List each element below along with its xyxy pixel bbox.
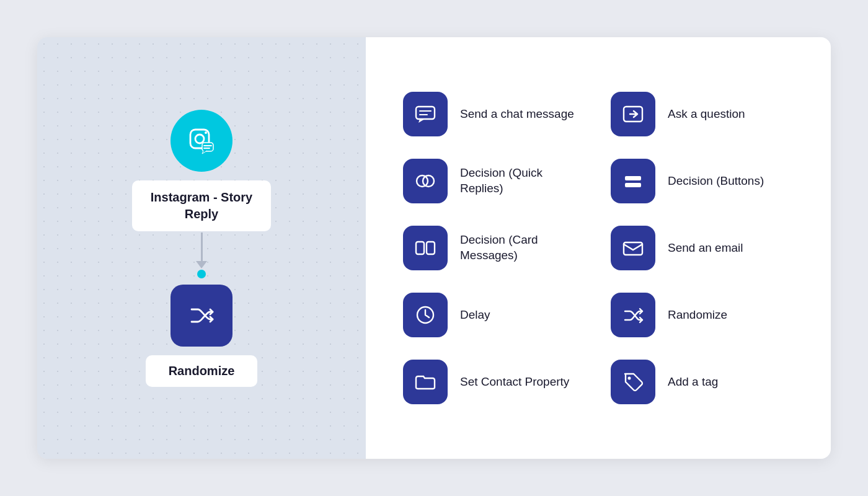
- send-email-icon-box: [611, 226, 655, 270]
- svg-point-2: [205, 131, 207, 134]
- card-messages-label: Decision (Card Messages): [460, 232, 586, 263]
- decision-buttons-icon-box: [611, 159, 655, 203]
- svg-point-1: [195, 135, 204, 143]
- quick-replies-icon-box: [403, 159, 448, 203]
- send-email-label: Send an email: [668, 241, 743, 256]
- trigger-icon-circle: [170, 110, 232, 172]
- arrow-down-icon: [196, 261, 207, 268]
- connector-dot: [197, 270, 206, 278]
- action-label: Randomize: [169, 364, 235, 378]
- action-item-set-contact-property[interactable]: Set Contact Property: [403, 360, 586, 404]
- svg-rect-16: [624, 242, 642, 255]
- add-tag-icon-box: [611, 360, 655, 404]
- action-item-ask-question[interactable]: Ask a question: [611, 92, 794, 136]
- action-icon-box[interactable]: [170, 285, 232, 347]
- right-panel: Send a chat message Ask a question: [366, 37, 831, 459]
- action-item-randomize[interactable]: Randomize: [611, 293, 794, 337]
- action-item-send-email[interactable]: Send an email: [611, 226, 794, 270]
- svg-rect-14: [416, 242, 424, 254]
- action-item-quick-replies[interactable]: Decision (Quick Replies): [403, 159, 586, 203]
- action-label-box: Randomize: [146, 355, 257, 387]
- randomize-icon-box: [611, 293, 655, 337]
- trigger-label: Instagram - Story Reply: [151, 190, 252, 221]
- ask-question-icon-box: [611, 92, 655, 136]
- action-item-send-chat-message[interactable]: Send a chat message: [403, 92, 586, 136]
- svg-rect-15: [427, 242, 435, 254]
- left-panel: Instagram - Story Reply Randomize: [37, 37, 366, 459]
- svg-rect-6: [416, 107, 435, 119]
- set-contact-property-icon-box: [403, 360, 448, 404]
- card-messages-icon-box: [403, 226, 448, 270]
- svg-rect-3: [202, 143, 213, 151]
- svg-point-18: [628, 377, 631, 380]
- action-item-delay[interactable]: Delay: [403, 293, 586, 337]
- add-tag-label: Add a tag: [668, 374, 718, 390]
- ask-question-label: Ask a question: [668, 107, 745, 122]
- chat-message-icon-box: [403, 92, 448, 136]
- trigger-label-box: Instagram - Story Reply: [132, 180, 271, 231]
- set-contact-property-label: Set Contact Property: [460, 374, 569, 390]
- decision-buttons-label: Decision (Buttons): [668, 174, 764, 189]
- quick-replies-label: Decision (Quick Replies): [460, 166, 586, 196]
- connector-line: [201, 232, 203, 264]
- action-item-add-tag[interactable]: Add a tag: [611, 360, 794, 404]
- action-item-card-messages[interactable]: Decision (Card Messages): [403, 226, 586, 270]
- main-container: Instagram - Story Reply Randomize: [37, 37, 831, 459]
- randomize-label: Randomize: [668, 308, 727, 323]
- action-item-decision-buttons[interactable]: Decision (Buttons): [611, 159, 794, 203]
- delay-label: Delay: [460, 308, 490, 323]
- delay-icon-box: [403, 293, 448, 337]
- svg-rect-12: [625, 176, 641, 180]
- send-chat-label: Send a chat message: [460, 107, 574, 122]
- svg-rect-13: [625, 183, 641, 187]
- actions-grid: Send a chat message Ask a question: [403, 92, 794, 404]
